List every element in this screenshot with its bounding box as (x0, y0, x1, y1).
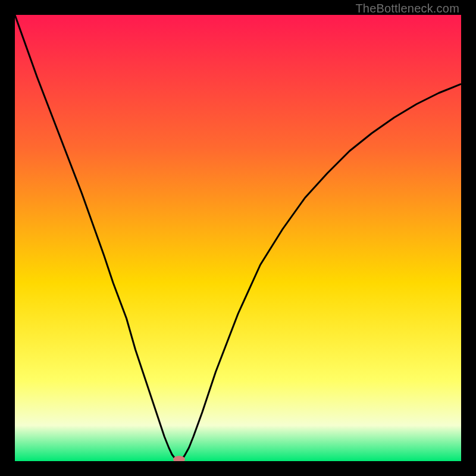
watermark-text: TheBottleneck.com (355, 2, 459, 15)
chart-plot-area (15, 15, 461, 461)
bottleneck-curve (15, 15, 461, 461)
bottleneck-line (15, 15, 461, 461)
chart-frame: TheBottleneck.com (0, 0, 476, 476)
